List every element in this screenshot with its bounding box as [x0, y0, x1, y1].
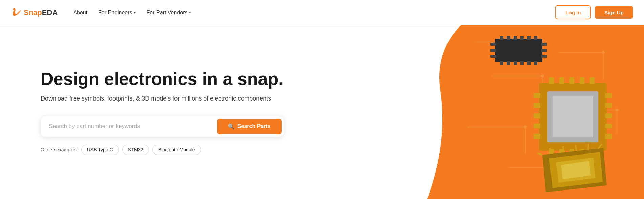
- chevron-down-icon: ▾: [134, 10, 136, 15]
- example-chip-bluetooth[interactable]: Bluetooth Module: [152, 145, 201, 155]
- navbar: SnapEDA About For Engineers ▾ For Part V…: [0, 0, 644, 25]
- logo-icon: [11, 6, 23, 19]
- examples-label: Or see examples:: [41, 147, 78, 152]
- hero-section: Design electronics in a snap. Download f…: [0, 25, 644, 199]
- svg-point-12: [514, 41, 517, 43]
- svg-point-16: [616, 109, 618, 111]
- hero-title: Design electronics in a snap.: [41, 69, 284, 89]
- logo[interactable]: SnapEDA: [11, 6, 58, 19]
- logo-snap: Snap: [24, 8, 42, 17]
- search-input[interactable]: [49, 119, 217, 134]
- login-button[interactable]: Log In: [555, 5, 591, 19]
- hero-background: [407, 25, 644, 199]
- hero-content: Design electronics in a snap. Download f…: [0, 49, 284, 175]
- search-button[interactable]: 🔍 Search Parts: [217, 119, 282, 134]
- svg-point-0: [13, 8, 15, 10]
- svg-point-14: [524, 126, 527, 128]
- example-chip-stm32[interactable]: STM32: [122, 145, 149, 155]
- signup-button[interactable]: Sign Up: [595, 6, 633, 19]
- examples-row: Or see examples: USB Type C STM32 Blueto…: [41, 145, 284, 155]
- search-icon: 🔍: [228, 123, 235, 130]
- nav-for-engineers[interactable]: For Engineers ▾: [94, 7, 141, 18]
- nav-for-part-vendors[interactable]: For Part Vendors ▾: [142, 7, 196, 18]
- chevron-down-icon: ▾: [189, 10, 191, 15]
- svg-point-13: [541, 75, 544, 77]
- nav-about[interactable]: About: [68, 7, 92, 18]
- logo-eda: EDA: [42, 8, 58, 17]
- svg-point-15: [602, 51, 605, 54]
- nav-links: About For Engineers ▾ For Part Vendors ▾: [68, 7, 555, 18]
- search-box: 🔍 Search Parts: [41, 116, 284, 137]
- hero-subtitle: Download free symbols, footprints, & 3D …: [41, 95, 284, 102]
- nav-actions: Log In Sign Up: [555, 5, 633, 19]
- example-chip-usb[interactable]: USB Type C: [81, 145, 119, 155]
